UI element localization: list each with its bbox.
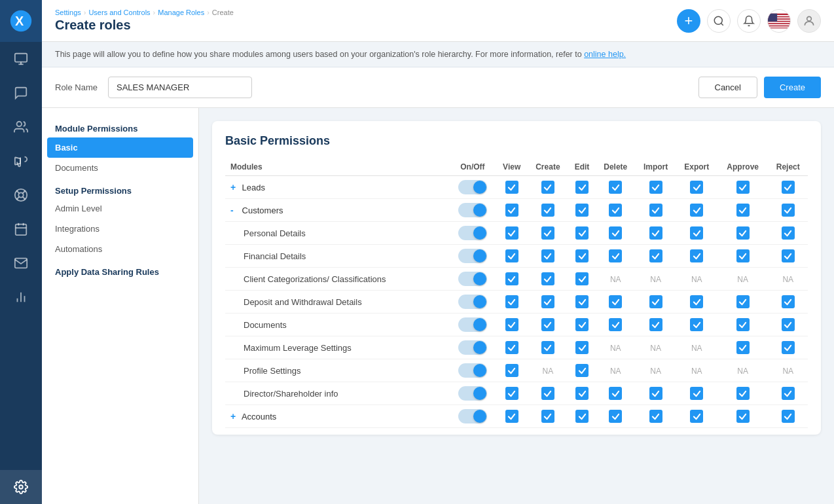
checkbox-checked[interactable] [541, 341, 554, 354]
checkbox-checked[interactable] [505, 226, 518, 240]
checkbox-checked[interactable] [690, 410, 703, 423]
checkbox-checked[interactable] [575, 249, 589, 262]
sidebar-item-basic[interactable]: Basic [47, 137, 193, 158]
checkbox-checked[interactable] [505, 295, 518, 308]
checkbox-checked[interactable] [609, 204, 622, 217]
toggle-cell[interactable] [449, 405, 496, 428]
toggle-cell[interactable] [449, 314, 496, 336]
checkbox-checked[interactable] [609, 318, 622, 331]
checkbox-checked[interactable] [649, 410, 662, 423]
checkbox-checked[interactable] [649, 387, 662, 400]
checkbox-checked[interactable] [690, 226, 703, 240]
checkbox-checked[interactable] [609, 249, 622, 262]
checkbox-checked[interactable] [541, 410, 554, 423]
toggle-cell[interactable] [449, 382, 496, 405]
toggle-switch[interactable] [458, 317, 487, 332]
expand-icon[interactable]: + [230, 182, 240, 192]
toggle-cell[interactable] [449, 245, 496, 268]
checkbox-checked[interactable] [575, 226, 589, 240]
expand-icon[interactable]: + [230, 411, 240, 422]
checkbox-checked[interactable] [649, 295, 662, 308]
checkbox-checked[interactable] [541, 387, 554, 400]
toggle-cell[interactable] [449, 222, 496, 245]
checkbox-checked[interactable] [505, 181, 518, 194]
checkbox-checked[interactable] [575, 364, 589, 377]
checkbox-checked[interactable] [575, 318, 589, 331]
checkbox-checked[interactable] [736, 181, 750, 194]
toggle-switch[interactable] [458, 363, 487, 378]
toggle-switch[interactable] [458, 272, 487, 286]
checkbox-checked[interactable] [505, 341, 518, 354]
toggle-cell[interactable] [449, 176, 496, 199]
checkbox-checked[interactable] [505, 204, 518, 217]
toggle-switch[interactable] [458, 203, 487, 217]
checkbox-checked[interactable] [649, 226, 662, 240]
nav-monitor-icon[interactable] [0, 42, 42, 76]
checkbox-checked[interactable] [575, 272, 589, 285]
create-button[interactable]: Create [764, 77, 821, 98]
checkbox-checked[interactable] [609, 387, 622, 400]
checkbox-checked[interactable] [609, 226, 622, 240]
checkbox-checked[interactable] [782, 226, 795, 240]
toggle-cell[interactable] [449, 268, 496, 291]
checkbox-checked[interactable] [736, 318, 750, 331]
checkbox-checked[interactable] [541, 226, 554, 240]
sidebar-item-admin-level[interactable]: Admin Level [42, 198, 198, 219]
toggle-switch[interactable] [458, 249, 487, 263]
checkbox-checked[interactable] [609, 295, 622, 308]
toggle-switch[interactable] [458, 226, 487, 240]
expand-icon[interactable]: - [230, 205, 240, 215]
toggle-switch[interactable] [458, 295, 487, 309]
toggle-switch[interactable] [458, 409, 487, 423]
checkbox-checked[interactable] [541, 249, 554, 262]
nav-users-icon[interactable] [0, 110, 42, 144]
checkbox-checked[interactable] [609, 181, 622, 194]
checkbox-checked[interactable] [541, 204, 554, 217]
toggle-cell[interactable] [449, 291, 496, 314]
toggle-switch[interactable] [458, 180, 487, 194]
nav-megaphone-icon[interactable] [0, 144, 42, 178]
checkbox-checked[interactable] [505, 387, 518, 400]
checkbox-checked[interactable] [782, 249, 795, 262]
checkbox-checked[interactable] [782, 181, 795, 194]
checkbox-checked[interactable] [649, 181, 662, 194]
checkbox-checked[interactable] [575, 295, 589, 308]
toggle-switch[interactable] [458, 386, 487, 401]
checkbox-checked[interactable] [649, 204, 662, 217]
nav-mail-icon[interactable] [0, 246, 42, 280]
checkbox-checked[interactable] [575, 341, 589, 354]
toggle-cell[interactable] [449, 336, 496, 359]
toggle-cell[interactable] [449, 359, 496, 382]
checkbox-checked[interactable] [505, 318, 518, 331]
checkbox-checked[interactable] [575, 181, 589, 194]
checkbox-checked[interactable] [782, 387, 795, 400]
checkbox-checked[interactable] [782, 318, 795, 331]
checkbox-checked[interactable] [609, 410, 622, 423]
checkbox-checked[interactable] [782, 410, 795, 423]
nav-support-icon[interactable] [0, 178, 42, 212]
nav-calendar-icon[interactable] [0, 212, 42, 246]
checkbox-checked[interactable] [690, 387, 703, 400]
checkbox-checked[interactable] [782, 204, 795, 217]
checkbox-checked[interactable] [736, 249, 750, 262]
checkbox-checked[interactable] [736, 204, 750, 217]
checkbox-checked[interactable] [736, 226, 750, 240]
checkbox-checked[interactable] [736, 410, 750, 423]
checkbox-checked[interactable] [541, 181, 554, 194]
checkbox-checked[interactable] [541, 318, 554, 331]
checkbox-checked[interactable] [690, 181, 703, 194]
checkbox-checked[interactable] [541, 295, 554, 308]
checkbox-checked[interactable] [736, 295, 750, 308]
checkbox-checked[interactable] [782, 295, 795, 308]
checkbox-checked[interactable] [505, 364, 518, 377]
cancel-button[interactable]: Cancel [698, 77, 757, 98]
checkbox-checked[interactable] [575, 410, 589, 423]
nav-settings-icon[interactable] [0, 470, 42, 504]
toggle-switch[interactable] [458, 340, 487, 355]
online-help-link[interactable]: online help. [584, 50, 626, 59]
sidebar-item-automations[interactable]: Automations [42, 239, 198, 259]
app-logo[interactable]: X [0, 0, 42, 42]
checkbox-checked[interactable] [736, 387, 750, 400]
checkbox-checked[interactable] [690, 318, 703, 331]
checkbox-checked[interactable] [690, 295, 703, 308]
